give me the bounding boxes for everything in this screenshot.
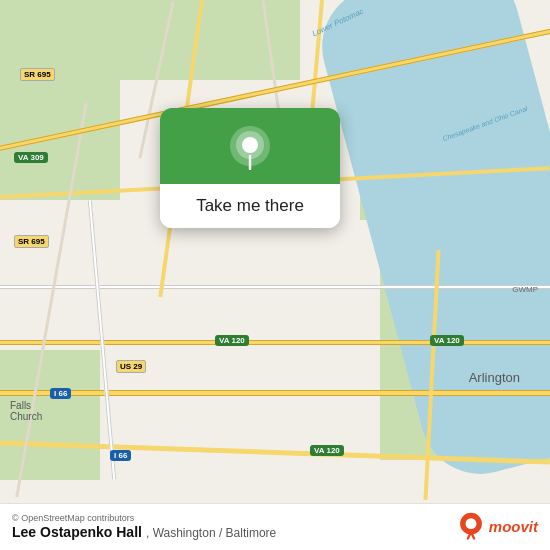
shield-va120-1: VA 120 [215, 335, 249, 346]
shield-sr695-1: SR 695 [20, 68, 55, 81]
label-arlington: Arlington [469, 370, 520, 385]
shield-us29: US 29 [116, 360, 146, 373]
card-top [160, 108, 340, 184]
shield-i66-2: I 66 [110, 450, 131, 461]
moovit-text: moovit [489, 518, 538, 535]
label-gwmp: GWMP [512, 285, 538, 294]
svg-point-4 [465, 518, 476, 529]
road-h3-va120 [0, 340, 550, 345]
moovit-logo: moovit [457, 512, 538, 540]
card-bottom[interactable]: Take me there [160, 184, 340, 228]
road-h4-i66 [0, 390, 550, 396]
shield-va120-3: VA 120 [310, 445, 344, 456]
label-falls-church: Falls Church [10, 400, 42, 422]
moovit-icon [457, 512, 485, 540]
location-card: Take me there [160, 108, 340, 228]
shield-i66-1: I 66 [50, 388, 71, 399]
take-me-there-label[interactable]: Take me there [196, 196, 304, 216]
shield-sr695-2: SR 695 [14, 235, 49, 248]
green-area-nw [0, 0, 120, 200]
pin-icon [230, 128, 270, 168]
sub-location: , Washington / Baltimore [146, 526, 276, 540]
map-container: SR 695 SR 695 VA 309 VA 120 VA 120 VA 12… [0, 0, 550, 550]
attribution-text: © OpenStreetMap contributors [12, 513, 276, 523]
footer-bar: © OpenStreetMap contributors Lee Ostapen… [0, 503, 550, 550]
road-h2 [0, 285, 550, 289]
location-name: Lee Ostapenko Hall [12, 524, 142, 540]
footer-left: © OpenStreetMap contributors Lee Ostapen… [12, 513, 276, 540]
shield-va309: VA 309 [14, 152, 48, 163]
shield-va120-2: VA 120 [430, 335, 464, 346]
svg-point-2 [242, 137, 258, 153]
